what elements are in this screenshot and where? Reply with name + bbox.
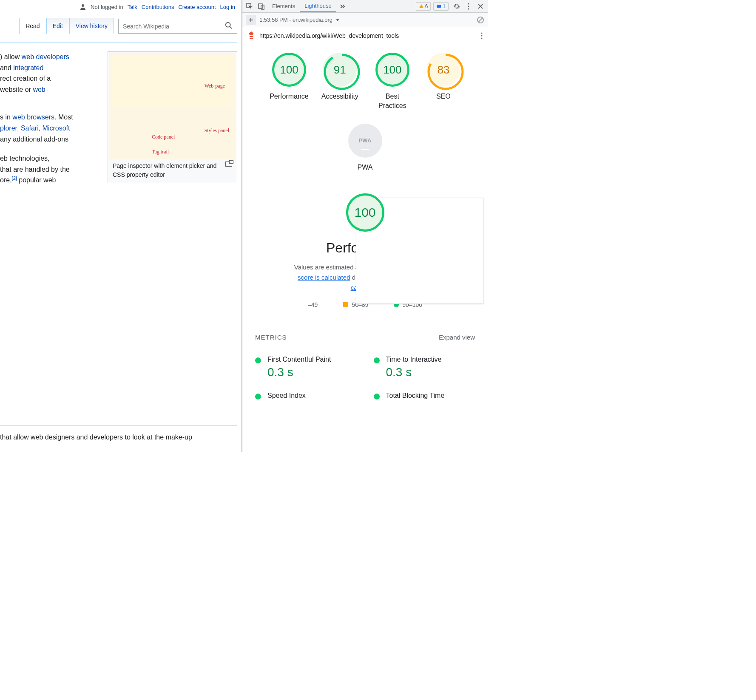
tab-elements[interactable]: Elements (268, 0, 299, 12)
caption-text: Page inspector with element picker and C… (113, 162, 223, 179)
wiki-tabs-row: Read Edit View history (9, 18, 237, 34)
gauge-accessibility[interactable]: 91 Accessibility (321, 53, 358, 111)
settings-button[interactable] (451, 1, 462, 12)
search-box (118, 19, 237, 34)
svg-point-18 (429, 55, 463, 89)
kebab-icon (468, 3, 469, 10)
metric-speed-index[interactable]: Speed Index (255, 392, 357, 400)
device-toggle-button[interactable] (256, 1, 267, 12)
article-thumbnail: Web-page Code panel Styles panel Tag tra… (108, 51, 237, 183)
performance-big-gauge: 100 (346, 193, 384, 232)
svg-point-0 (82, 4, 84, 7)
legend-fail: –49 (308, 301, 318, 308)
status-dot-icon (374, 357, 380, 363)
kebab-menu-button[interactable] (463, 1, 474, 12)
kebab-icon[interactable] (481, 32, 483, 39)
svg-rect-4 (259, 4, 262, 9)
link-web-browsers[interactable]: web browsers (12, 113, 54, 121)
tab-edit[interactable]: Edit (46, 18, 69, 34)
lighthouse-icon (247, 31, 255, 40)
metric-fcp[interactable]: First Contentful Paint 0.3 s (255, 356, 357, 379)
report-timestamp[interactable]: 1:53:58 PM - en.wikipedia.org (259, 17, 333, 23)
metrics-heading: METRICS (255, 334, 287, 341)
svg-point-16 (481, 37, 483, 39)
message-icon (436, 4, 441, 9)
not-logged-in-label: Not logged in (91, 4, 123, 10)
enlarge-icon[interactable] (225, 162, 232, 167)
gauge-seo[interactable]: 83 SEO (426, 53, 460, 111)
svg-point-9 (468, 8, 469, 9)
svg-rect-6 (437, 5, 441, 8)
inspect-element-button[interactable] (244, 1, 255, 12)
plus-icon (248, 17, 253, 23)
link-web[interactable]: web (33, 86, 45, 93)
metric-tti[interactable]: Time to Interactive 0.3 s (374, 356, 475, 379)
tab-read[interactable]: Read (19, 18, 46, 34)
status-dot-icon (255, 357, 261, 363)
close-devtools-button[interactable] (475, 1, 486, 12)
expand-view-button[interactable]: Expand view (439, 334, 475, 341)
warning-icon (419, 4, 424, 9)
thumb-label: Styles panel (205, 128, 229, 134)
devtools-pane: Elements Lighthouse 6 1 1:53:58 PM - en.… (242, 0, 488, 452)
svg-rect-11 (250, 34, 253, 39)
cursor-icon (246, 3, 253, 10)
devtools-topbar: Elements Lighthouse 6 1 (242, 0, 488, 13)
thumb-label: Web-page (205, 83, 225, 89)
clear-icon[interactable] (477, 16, 484, 24)
score-gauges-row: 100 Performance 91 Accessibility 100 Bes… (255, 53, 475, 172)
dropdown-arrow-icon[interactable] (336, 19, 339, 21)
metric-tbt[interactable]: Total Blocking Time (374, 392, 475, 400)
link-web-developers[interactable]: web developers (22, 53, 69, 60)
status-dot-icon (255, 394, 261, 400)
metrics-section: METRICS Expand view First Contentful Pai… (255, 334, 475, 400)
gauge-best-practices[interactable]: 100 Best Practices (371, 53, 414, 111)
lighthouse-url-bar: https://en.wikipedia.org/wiki/Web_develo… (242, 27, 488, 44)
link-explorer[interactable]: plorer (0, 125, 17, 132)
device-icon (258, 3, 265, 10)
report-url: https://en.wikipedia.org/wiki/Web_develo… (259, 32, 399, 39)
create-account-link[interactable]: Create account (178, 4, 216, 10)
wikipedia-pane: Not logged in Talk Contributions Create … (0, 0, 242, 452)
chevron-double-right-icon (339, 3, 345, 9)
status-dot-icon (374, 394, 380, 400)
svg-line-2 (230, 27, 232, 28)
new-report-button[interactable] (246, 15, 256, 25)
close-icon (477, 3, 483, 9)
tab-lighthouse[interactable]: Lighthouse (300, 0, 336, 12)
gear-icon (453, 3, 460, 10)
square-icon (343, 302, 348, 307)
svg-point-17 (325, 55, 359, 89)
wiki-personal-bar: Not logged in Talk Contributions Create … (0, 0, 242, 11)
search-input[interactable] (119, 20, 221, 33)
thumb-label: Code panel (152, 134, 175, 140)
more-tabs-button[interactable] (337, 1, 348, 12)
user-icon (80, 3, 86, 10)
link-integrated[interactable]: integrated (13, 64, 43, 71)
warnings-badge[interactable]: 6 (416, 2, 431, 11)
gauge-performance[interactable]: 100 Performance (270, 53, 309, 111)
info-badge[interactable]: 1 (433, 2, 449, 11)
search-icon (225, 22, 233, 29)
contributions-link[interactable]: Contributions (142, 4, 174, 10)
svg-point-8 (468, 6, 469, 7)
thumbnail-caption: Page inspector with element picker and C… (109, 159, 236, 181)
svg-rect-13 (250, 37, 253, 38)
lighthouse-report-body[interactable]: 100 Performance 91 Accessibility 100 Bes… (242, 44, 488, 452)
lighthouse-run-bar: 1:53:58 PM - en.wikipedia.org (242, 13, 488, 27)
wiki-article-body: Web-page Code panel Styles panel Tag tra… (0, 43, 237, 190)
svg-point-7 (468, 3, 469, 4)
log-in-link[interactable]: Log in (220, 4, 235, 10)
link-microsoft[interactable]: Microsoft (43, 125, 70, 132)
thumbnail-image[interactable]: Web-page Code panel Styles panel Tag tra… (109, 53, 236, 159)
article-bottom-text: that allow web designers and developers … (0, 425, 237, 443)
svg-point-14 (481, 32, 483, 34)
link-safari[interactable]: Safari (21, 125, 39, 132)
citation-link[interactable]: [2] (12, 176, 17, 181)
tab-view-history[interactable]: View history (69, 18, 114, 34)
svg-point-15 (481, 35, 483, 36)
search-button[interactable] (221, 19, 237, 33)
svg-rect-12 (250, 35, 253, 36)
talk-link[interactable]: Talk (128, 4, 137, 10)
gauge-pwa[interactable]: PWA PWA (255, 124, 475, 172)
